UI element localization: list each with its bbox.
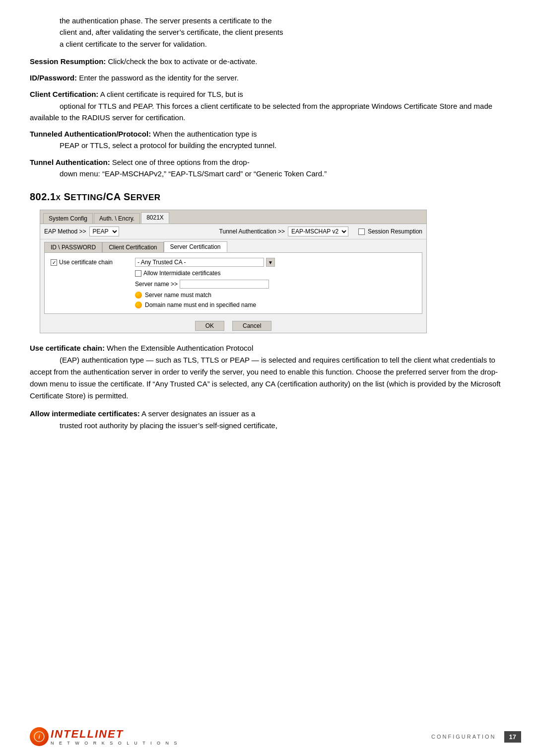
footer-right: CONFIGURATION 17 [431, 731, 521, 743]
section-session-resumption: Session Resumption: Click/check the box … [30, 56, 506, 67]
section-id-password: ID/Password: Enter the password as the i… [30, 72, 506, 83]
tunnel-auth-label: Tunnel Authentication >> [219, 228, 285, 235]
toolbar: EAP Method >> PEAP Tunnel Authentication… [40, 224, 426, 239]
page-number: 17 [504, 731, 521, 743]
section-tunneled-auth-protocol: Tunneled Authentication/Protocol: When t… [30, 128, 506, 151]
radio-domain-name-icon [135, 302, 142, 308]
eap-method-label: EAP Method >> [44, 228, 86, 235]
server-name-row: Server name >> [135, 280, 416, 289]
body-allow-intermediate: Allow intermediate certificates: A serve… [30, 408, 506, 432]
eap-method-select[interactable]: PEAP [89, 227, 119, 236]
footer-logo: i INTELLINET N E T W O R K S O L U T I O… [30, 727, 179, 746]
subtab-id-password[interactable]: ID \ PASSWORD [44, 242, 102, 252]
bottom-buttons: OK Cancel [40, 318, 426, 333]
trusted-ca-dropdown-btn[interactable]: ▼ [266, 258, 275, 267]
radio-server-name-icon [135, 292, 142, 299]
ui-dialog-box: System Config Auth. \ Encry. 8021X EAP M… [40, 210, 427, 333]
cancel-button[interactable]: Cancel [232, 321, 271, 331]
logo-circle-icon: i [30, 727, 49, 746]
radio-server-name-row: Server name must match [135, 292, 416, 299]
tab-bar: System Config Auth. \ Encry. 8021X [40, 210, 426, 224]
section-heading-8021x: 802.1X SETTING/CA SERVER [30, 191, 506, 203]
allow-intermediate-label: Allow Intermidiate certificates [143, 270, 220, 277]
subtab-bar: ID \ PASSWORD Client Certification Serve… [40, 239, 426, 252]
trusted-ca-row: ▼ [135, 258, 416, 267]
radio-domain-name-row: Domain name must end in specified name [135, 302, 416, 308]
radio-server-name-label: Server name must match [145, 292, 211, 299]
cert-chain-label: Use certificate chain [59, 259, 113, 266]
subtab-client-cert[interactable]: Client Certification [102, 242, 163, 252]
right-column: ▼ Allow Intermidiate certificates Server… [135, 258, 416, 308]
ok-button[interactable]: OK [195, 321, 224, 331]
trusted-ca-input[interactable] [135, 258, 264, 267]
page-container: the authentication phase. The server pre… [0, 0, 536, 477]
content-area: Use certificate chain ▼ Allow Intermidia… [44, 252, 422, 314]
allow-intermediate-checkbox[interactable] [135, 270, 141, 277]
server-name-label: Server name >> [135, 281, 178, 288]
server-name-input[interactable] [180, 280, 269, 289]
tab-8021x[interactable]: 8021X [141, 212, 169, 224]
brand-sub: N E T W O R K S O L U T I O N S [51, 741, 179, 746]
config-label: CONFIGURATION [431, 734, 496, 740]
section-client-certification: Client Certification: A client certifica… [30, 88, 506, 123]
allow-intermediate-row: Allow Intermidiate certificates [135, 270, 416, 277]
subtab-server-cert[interactable]: Server Certification [164, 241, 227, 252]
section-tunnel-auth: Tunnel Authentication: Select one of thr… [30, 156, 506, 180]
session-resumption-checkbox[interactable] [358, 228, 365, 235]
page-footer: i INTELLINET N E T W O R K S O L U T I O… [0, 727, 536, 746]
body-use-cert-chain: Use certificate chain: When the Extensib… [30, 342, 506, 402]
session-resumption-label: Session Resumption [368, 228, 422, 235]
cert-chain-checkbox[interactable] [51, 259, 57, 266]
intro-text: the authentication phase. The server pre… [60, 15, 506, 50]
cert-chain-row: Use certificate chain [51, 259, 113, 266]
brand-name: INTELLINET [51, 728, 179, 741]
radio-domain-name-label: Domain name must end in specified name [145, 302, 256, 308]
left-column: Use certificate chain [51, 258, 125, 308]
tab-auth-encry[interactable]: Auth. \ Encry. [94, 213, 140, 224]
svg-text:i: i [38, 734, 40, 740]
logo-text: INTELLINET N E T W O R K S O L U T I O N… [51, 728, 179, 746]
tab-system-config[interactable]: System Config [43, 213, 93, 224]
tunnel-auth-select[interactable]: EAP-MSCHAP v2 [288, 227, 348, 236]
